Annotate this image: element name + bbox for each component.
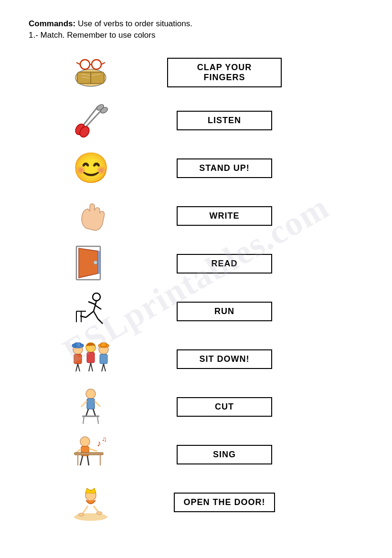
label-cell-1: LISTEN: [167, 96, 282, 144]
command-box-1: LISTEN: [177, 111, 272, 130]
svg-rect-48: [87, 399, 95, 409]
svg-point-72: [78, 513, 84, 516]
svg-line-24: [86, 311, 94, 317]
command-box-0: CLAP YOUR FINGERS: [167, 58, 282, 87]
label-cell-9: OPEN THE DOOR!: [167, 478, 282, 526]
labels-column: CLAP YOUR FINGERS LISTEN STAND UP! WRITE…: [153, 49, 363, 526]
icon-cell-door: [29, 240, 153, 287]
command-box-3: WRITE: [177, 206, 272, 226]
header-line1: Commands: Use of verbs to order situatio…: [29, 19, 363, 29]
svg-line-23: [95, 305, 101, 309]
svg-rect-42: [100, 354, 107, 364]
label-cell-8: SING: [167, 431, 282, 478]
svg-line-33: [76, 364, 78, 371]
svg-line-50: [95, 401, 100, 407]
svg-point-56: [80, 437, 90, 446]
svg-line-55: [97, 416, 98, 424]
svg-line-49: [81, 401, 87, 407]
reading-book-icon: [72, 54, 110, 92]
svg-point-7: [92, 60, 101, 69]
content: 😊: [29, 49, 363, 526]
sitting-cut-icon: [72, 387, 110, 427]
svg-line-10: [101, 63, 105, 64]
svg-text:♫: ♫: [102, 435, 107, 443]
icon-cell-read: [29, 49, 153, 96]
svg-line-58: [76, 449, 81, 453]
group-people-icon: [69, 339, 112, 379]
svg-line-9: [76, 63, 80, 64]
svg-line-40: [91, 363, 93, 371]
icon-cell-scissors: [29, 96, 153, 144]
page: ESLprintables.com Commands: Use of verbs…: [0, 0, 392, 558]
svg-rect-46: [101, 343, 106, 347]
command-box-4: READ: [177, 254, 272, 274]
svg-line-52: [93, 409, 95, 416]
smiley-standup-icon: 😊: [73, 153, 109, 183]
svg-line-51: [86, 409, 88, 416]
svg-text:♪: ♪: [97, 439, 101, 448]
label-cell-5: RUN: [167, 287, 282, 335]
label-cell-6: SIT DOWN!: [167, 335, 282, 383]
icon-cell-run: [29, 287, 153, 335]
command-box-9: OPEN THE DOOR!: [174, 493, 275, 512]
command-box-8: SING: [177, 445, 272, 464]
svg-point-6: [80, 60, 90, 69]
svg-line-34: [78, 364, 80, 371]
beach-person-icon: [71, 481, 111, 524]
scissors-icon: [72, 102, 110, 139]
svg-line-59: [89, 449, 97, 451]
label-cell-7: CUT: [167, 383, 282, 431]
svg-rect-36: [75, 343, 81, 347]
svg-rect-38: [87, 352, 95, 363]
label-cell-3: WRITE: [167, 192, 282, 240]
svg-line-27: [98, 319, 103, 324]
icon-cell-standup: 😊: [29, 144, 153, 192]
svg-line-64: [87, 456, 89, 465]
svg-rect-32: [74, 354, 82, 364]
command-box-7: CUT: [177, 397, 272, 417]
running-person-icon: [72, 291, 110, 331]
svg-line-22: [88, 302, 95, 305]
label-cell-4: READ: [167, 240, 282, 287]
command-box-2: STAND UP!: [177, 158, 272, 178]
svg-marker-69: [85, 488, 96, 493]
header: Commands: Use of verbs to order situatio…: [29, 19, 363, 40]
svg-point-47: [86, 389, 95, 399]
svg-line-54: [83, 416, 84, 424]
svg-line-43: [102, 364, 104, 371]
svg-line-71: [94, 506, 98, 512]
command-box-5: RUN: [177, 302, 272, 321]
svg-line-25: [94, 311, 98, 319]
commands-normal: Use of verbs to order situations.: [75, 19, 192, 28]
svg-line-39: [89, 363, 91, 371]
svg-point-20: [93, 293, 100, 301]
header-line2: 1.- Match. Remember to use colors: [29, 31, 363, 40]
svg-line-63: [80, 456, 83, 465]
icon-cell-sing: ♪ ♫: [29, 431, 153, 478]
label-cell-2: STAND UP!: [167, 144, 282, 192]
icon-cell-cut: [29, 383, 153, 431]
singing-person-icon: ♪ ♫: [71, 434, 111, 474]
hand-write-icon: [72, 197, 110, 235]
svg-point-18: [94, 261, 97, 264]
svg-rect-60: [74, 453, 103, 455]
commands-bold: Commands:: [29, 19, 75, 28]
svg-point-73: [96, 512, 102, 515]
svg-rect-19: [98, 251, 100, 274]
icon-cell-hand: [29, 192, 153, 240]
svg-line-70: [83, 506, 88, 514]
svg-line-44: [104, 364, 106, 371]
icon-cell-sitdown: [29, 335, 153, 383]
command-box-6: SIT DOWN!: [177, 349, 272, 369]
icon-cell-opendoor: [29, 478, 153, 526]
label-cell-0: CLAP YOUR FINGERS: [167, 49, 282, 96]
open-door-icon: [72, 242, 110, 285]
icons-column: 😊: [29, 49, 153, 526]
